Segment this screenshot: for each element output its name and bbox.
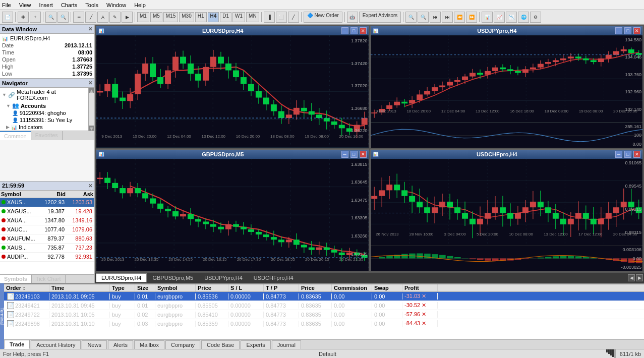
chart-tab-scroll-left[interactable]: ◀ [628, 274, 635, 281]
market-watch-row[interactable]: XAUFUM... 879.37 880.63 [0, 234, 94, 244]
data-window-close[interactable]: ✕ [88, 26, 92, 32]
chart-type-line[interactable]: ╱ [288, 12, 299, 23]
scroll-end[interactable]: ⏭ [442, 12, 453, 23]
pen-btn[interactable]: ✎ [109, 12, 121, 23]
nav-scrollbar[interactable]: ▲ ▼ [88, 88, 94, 131]
chart-maximize-btn[interactable]: □ [350, 27, 358, 34]
market-watch-row[interactable]: XAUS... 1202.93 1203.53 [0, 198, 94, 207]
chart-body[interactable]: EURUSDpro,H4 1.36721 1.36811 1.36665 1.3… [96, 35, 369, 148]
chart-minimize-btn[interactable]: ─ [615, 151, 622, 158]
menu-help[interactable]: Help [134, 2, 146, 8]
chart-minimize-btn[interactable]: ─ [341, 151, 348, 158]
menu-window[interactable]: Window [106, 2, 126, 8]
nav-account-1[interactable]: 👤 11155391: Su Yee Ly [0, 116, 88, 124]
chart-tab-scroll-right[interactable]: ▶ [636, 274, 643, 281]
line2-btn[interactable]: ╱ [85, 12, 96, 23]
chart-close-btn[interactable]: ✕ [633, 151, 640, 158]
market-watch-row[interactable]: XAGUS... 19.387 19.428 [0, 207, 94, 216]
chart-body[interactable]: GBPUSDpro,M5 1.63280 1.63340 1.63245 1.6… [96, 159, 369, 271]
chart-maximize-btn[interactable]: □ [624, 27, 631, 34]
nav-tab-favorites[interactable]: Favorites [31, 131, 63, 140]
chart-maximize-btn[interactable]: □ [624, 151, 631, 158]
tf-m30[interactable]: M30 [179, 12, 194, 22]
mw-tab-tick-chart[interactable]: Tick Chart [32, 275, 66, 283]
arrow-btn[interactable]: ▶ [122, 12, 133, 23]
tf-mn[interactable]: MN [246, 12, 259, 22]
zoom-mag-1[interactable]: 🔍 [405, 12, 417, 23]
nav-scroll-up[interactable]: ▲ [89, 88, 94, 93]
nav-scroll-down[interactable]: ▼ [89, 126, 94, 131]
market-watch-close[interactable]: ✕ [88, 183, 92, 189]
terminal-row[interactable]: 📄 23249898 2013.10.31 10:10 buy 0.03 eur… [4, 319, 644, 328]
nav-account-0[interactable]: 👤 91220934: ghogho [0, 109, 88, 116]
config-btn[interactable]: ⚙ [530, 12, 541, 23]
menu-view[interactable]: View [19, 2, 31, 8]
terminal-tab-news[interactable]: News [82, 340, 107, 349]
network-btn[interactable]: 🌐 [518, 12, 529, 23]
chart-close-btn[interactable]: ✕ [633, 27, 640, 34]
terminal-tab-mailbox[interactable]: Mailbox [134, 340, 164, 349]
chart-type-bar[interactable]: ▐ [264, 12, 275, 23]
tf-h4[interactable]: H4 [208, 12, 219, 22]
mw-tab-symbols[interactable]: Symbols [0, 275, 32, 283]
terminal-tab-code-base[interactable]: Code Base [201, 340, 240, 349]
chart-tab-3[interactable]: USDCHFpro,H4 [248, 273, 299, 282]
tf-d1[interactable]: D1 [220, 12, 231, 22]
nav-indicators[interactable]: ▶ 📊 Indicators [0, 124, 88, 131]
scroll-home[interactable]: ⏮ [430, 12, 441, 23]
nav-broker[interactable]: ▼ 🔗 MetaTrader 4 at FOREX.com [0, 88, 88, 102]
terminal-left-strip[interactable]: Terminal [0, 283, 4, 349]
expert-advisors-btn[interactable]: Expert Advisors [359, 12, 401, 23]
menu-insert[interactable]: Insert [39, 2, 53, 8]
line-btn[interactable]: ━ [73, 12, 84, 23]
tf-m15[interactable]: M15 [163, 12, 178, 22]
tf-m5[interactable]: M5 [150, 12, 162, 22]
zoom-in-btn[interactable]: 🔍 [45, 12, 56, 23]
new-btn[interactable]: 📄 [2, 12, 13, 23]
chart-body[interactable]: USDCHFpro,H4 0.89543 0.89600 0.89509 0.8… [371, 159, 643, 271]
chart-maximize-btn[interactable]: □ [350, 151, 358, 158]
text-btn[interactable]: A [97, 12, 108, 23]
menu-charts[interactable]: Charts [61, 2, 77, 8]
zoom-out-btn[interactable]: 🔍 [57, 12, 69, 23]
terminal-tab-alerts[interactable]: Alerts [108, 340, 133, 349]
terminal-tab-company[interactable]: Company [165, 340, 200, 349]
terminal-tab-account-history[interactable]: Account History [31, 340, 81, 349]
terminal-tab-trade[interactable]: Trade [4, 340, 30, 349]
menu-tools[interactable]: Tools [85, 2, 98, 8]
tf-w1[interactable]: W1 [232, 12, 245, 22]
menu-file[interactable]: File [2, 2, 11, 8]
new-order-btn[interactable]: 🔷 New Order [304, 12, 342, 23]
chart-tab-2[interactable]: USDJPYpro,H4 [199, 273, 248, 282]
scroll-right[interactable]: ⏩ [466, 12, 477, 23]
chart-body[interactable]: USDJPYpro,H4 104.040 104.095 104.021 104… [371, 35, 643, 148]
chart-type-candle[interactable]: ⬜ [276, 12, 287, 23]
market-watch-row[interactable]: XAUC... 1077.40 1079.06 [0, 225, 94, 234]
nav-accounts[interactable]: ▼ 👥 Accounts [0, 102, 88, 109]
scroll-left[interactable]: ⏪ [454, 12, 465, 23]
chart-close-btn[interactable]: ✕ [360, 151, 367, 158]
nav-tab-common[interactable]: Common [0, 131, 31, 140]
chart-more-1[interactable]: 📊 [482, 12, 493, 23]
cursor-btn[interactable]: ✚ [18, 12, 29, 23]
market-watch-row[interactable]: XAUS... 735.87 737.23 [0, 244, 94, 253]
tf-m1[interactable]: M1 [137, 12, 149, 22]
chart-tab-0[interactable]: EURUSDpro,H4 [96, 273, 147, 282]
market-watch-row[interactable]: AUDIP... 92.778 92.931 [0, 253, 94, 262]
navigator-close[interactable]: ✕ [88, 80, 92, 86]
chart-tab-1[interactable]: GBPUSDpro,M5 [147, 273, 199, 282]
crosshair-btn[interactable]: + [30, 12, 41, 23]
terminal-tab-experts[interactable]: Experts [241, 340, 270, 349]
chart-close-btn[interactable]: ✕ [360, 27, 367, 34]
terminal-row[interactable]: 📄 23249103 2013.10.31 09:05 buy 0.01 eur… [4, 292, 644, 301]
terminal-row[interactable]: 📄 23249421 2013.10.31 09:45 buy 0.01 eur… [4, 301, 644, 310]
terminal-row[interactable]: 📄 23249722 2013.10.31 10:05 buy 0.02 eur… [4, 310, 644, 319]
tf-h1[interactable]: H1 [195, 12, 207, 22]
chart-more-3[interactable]: 📉 [506, 12, 517, 23]
market-watch-row[interactable]: XAUA... 1347.80 1349.16 [0, 216, 94, 225]
chart-minimize-btn[interactable]: ─ [341, 27, 348, 34]
zoom-mag-2[interactable]: 🔍 [418, 12, 429, 23]
terminal-tab-journal[interactable]: Journal [272, 340, 301, 349]
chart-minimize-btn[interactable]: ─ [615, 27, 622, 34]
chart-more-2[interactable]: 📈 [494, 12, 505, 23]
